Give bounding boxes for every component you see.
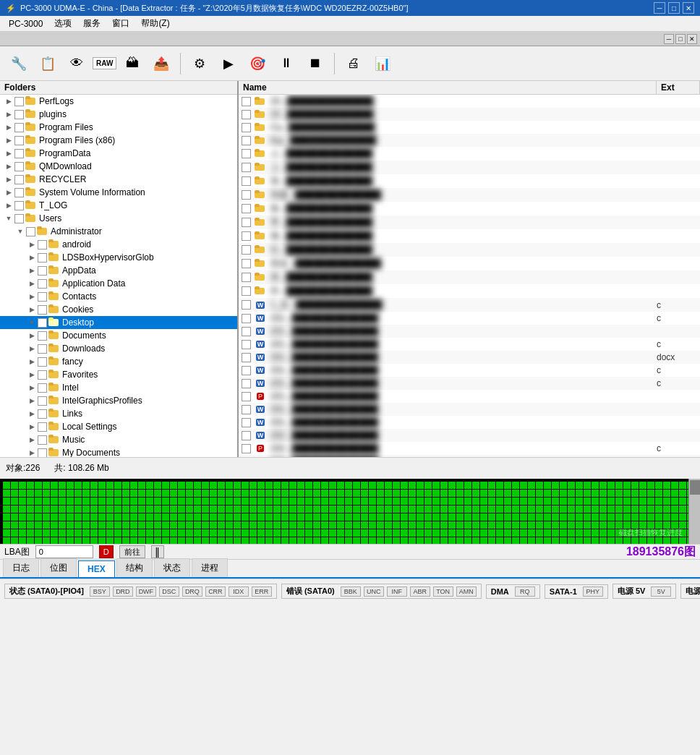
file-checkbox[interactable] xyxy=(239,273,253,282)
tree-expander-appdata[interactable]: ▶ xyxy=(26,265,38,276)
tree-expander-intgraphics[interactable]: ▶ xyxy=(26,395,38,406)
file-checkbox[interactable] xyxy=(239,379,253,388)
tree-expander-administrator[interactable]: ▼ xyxy=(14,226,26,237)
tree-item-perflogs[interactable]: ▶PerfLogs xyxy=(0,95,237,108)
tree-expander-mydocuments[interactable]: ▶ xyxy=(26,447,38,457)
tree-expander-android[interactable]: ▶ xyxy=(26,239,38,250)
tree-expander-links[interactable]: ▶ xyxy=(26,408,38,419)
tree-expander-fancy[interactable]: ▶ xyxy=(26,356,38,367)
lba-indicator-btn[interactable]: D xyxy=(99,545,114,558)
file-checkbox-box[interactable] xyxy=(242,97,251,106)
tree-checkbox-programfilesx86[interactable] xyxy=(14,136,24,145)
tree-expander-intel[interactable]: ▶ xyxy=(26,382,38,393)
tree-item-appdata[interactable]: ▶AppData xyxy=(0,264,237,277)
tree-expander-cookies[interactable]: ▶ xyxy=(26,304,38,315)
tree-checkbox-recycler[interactable] xyxy=(14,175,24,184)
file-checkbox[interactable] xyxy=(239,418,253,427)
file-checkbox-box[interactable] xyxy=(242,353,251,362)
tb-tasks-button[interactable]: ⚙ xyxy=(187,51,213,77)
tree-expander-programfiles[interactable]: ▶ xyxy=(3,121,14,133)
file-checkbox[interactable] xyxy=(239,353,253,362)
file-row[interactable]: 上...██████████████ xyxy=(239,147,700,161)
tree-expander-systemvol[interactable]: ▶ xyxy=(3,187,14,198)
tree-item-desktop[interactable]: ▼Desktop xyxy=(0,316,237,329)
inner-restore[interactable]: □ xyxy=(675,34,686,44)
tb-play-button[interactable]: ▶ xyxy=(215,51,242,77)
tree-expander-t_log[interactable]: ▶ xyxy=(3,200,14,211)
file-row[interactable]: 20...██████████████ xyxy=(239,108,700,121)
file-row[interactable]: W201...██████████████docx xyxy=(239,351,700,364)
file-checkbox[interactable] xyxy=(239,392,253,401)
file-checkbox[interactable] xyxy=(239,163,253,172)
tree-expander-programfilesx86[interactable]: ▶ xyxy=(3,135,14,146)
menu-window[interactable]: 窗口 xyxy=(106,16,135,31)
tree-expander-perflogs[interactable]: ▶ xyxy=(3,95,14,107)
file-checkbox[interactable] xyxy=(239,190,253,200)
tree-checkbox-programfiles[interactable] xyxy=(14,123,24,132)
file-checkbox-box[interactable] xyxy=(242,418,251,427)
tree-checkbox-qmdownload[interactable] xyxy=(14,162,24,171)
file-checkbox-box[interactable] xyxy=(242,176,251,186)
file-checkbox-box[interactable] xyxy=(242,218,251,227)
file-row[interactable]: 高业...██████████████ xyxy=(239,257,700,270)
tree-checkbox-music[interactable] xyxy=(38,435,47,445)
tree-checkbox-programdata[interactable] xyxy=(14,149,24,158)
tab-log[interactable]: 日志 xyxy=(3,558,39,577)
tb-settings-button[interactable]: 🔧 xyxy=(6,51,32,77)
file-row[interactable]: 徐...██████████████ xyxy=(239,202,700,216)
tree-checkbox-intel[interactable] xyxy=(38,383,47,393)
tree-checkbox-localsettings[interactable] xyxy=(38,422,47,432)
tree-item-contacts[interactable]: ▶Contacts xyxy=(0,290,237,303)
file-row[interactable]: W201...██████████████ xyxy=(239,416,700,429)
tab-struct[interactable]: 结构 xyxy=(116,558,153,577)
tree-item-localsettings[interactable]: ▶Local Settings xyxy=(0,420,237,433)
tree-checkbox-administrator[interactable] xyxy=(26,227,35,236)
file-checkbox[interactable] xyxy=(239,218,253,227)
file-row[interactable]: W202...██████████████ xyxy=(239,429,700,442)
file-checkbox[interactable] xyxy=(239,340,253,349)
lba-input[interactable] xyxy=(35,545,93,558)
file-checkbox-box[interactable] xyxy=(242,405,251,414)
tree-item-mydocuments[interactable]: ▶My Documents xyxy=(0,446,237,457)
tree-item-applicationdata[interactable]: ▶Application Data xyxy=(0,277,237,290)
tree-checkbox-plugins[interactable] xyxy=(14,110,24,119)
tree-item-music[interactable]: ▶Music xyxy=(0,433,237,446)
tree-item-downloads[interactable]: ▶Downloads xyxy=(0,342,237,355)
tree-item-documents[interactable]: ▶Documents xyxy=(0,329,237,342)
tab-state[interactable]: 状态 xyxy=(154,558,190,577)
tree-expander-desktop[interactable]: ▼ xyxy=(26,317,38,328)
file-row[interactable]: 港...██████████████ xyxy=(239,229,700,243)
tree-expander-downloads[interactable]: ▶ xyxy=(26,343,38,354)
maximize-button[interactable]: □ xyxy=(668,2,680,14)
inner-minimize[interactable]: ─ xyxy=(664,34,674,44)
file-checkbox-box[interactable] xyxy=(242,136,251,145)
file-row[interactable]: 外...██████████████ xyxy=(239,284,700,298)
tree-checkbox-android[interactable] xyxy=(38,240,47,249)
file-checkbox-box[interactable] xyxy=(242,457,251,458)
col-header-ext[interactable]: Ext xyxy=(657,81,700,94)
file-row[interactable]: Ca...██████████████ xyxy=(239,121,700,134)
tree-item-programdata[interactable]: ▶ProgramData xyxy=(0,147,237,160)
file-row[interactable]: 20...██████████████ xyxy=(239,95,700,108)
tb-chart-button[interactable]: 📊 xyxy=(370,51,396,77)
file-checkbox[interactable] xyxy=(239,123,253,132)
file-checkbox[interactable] xyxy=(239,327,253,336)
tree-item-users[interactable]: ▼Users xyxy=(0,212,237,225)
file-row[interactable]: liuy...██████████████ xyxy=(239,134,700,147)
tab-bitmap[interactable]: 位图 xyxy=(40,558,77,577)
tree-item-favorites[interactable]: ▶Favorites xyxy=(0,368,237,381)
tree-expander-recycler[interactable]: ▶ xyxy=(3,174,14,185)
file-checkbox[interactable] xyxy=(239,259,253,268)
tree-checkbox-ldsbox[interactable] xyxy=(38,253,47,263)
file-row[interactable]: W202...██████████████ xyxy=(239,455,700,457)
tree-expander-music[interactable]: ▶ xyxy=(26,434,38,445)
tb-view-button[interactable]: 👁 xyxy=(64,51,90,77)
file-row[interactable]: 社...██████████████ xyxy=(239,243,700,257)
inner-close[interactable]: ✕ xyxy=(687,34,697,44)
file-checkbox-box[interactable] xyxy=(242,444,251,453)
file-checkbox-box[interactable] xyxy=(242,392,251,401)
tree-item-intel[interactable]: ▶Intel xyxy=(0,381,237,394)
file-checkbox-box[interactable] xyxy=(242,245,251,255)
tree-item-programfilesx86[interactable]: ▶Program Files (x86) xyxy=(0,134,237,147)
tree-checkbox-mydocuments[interactable] xyxy=(38,448,47,458)
